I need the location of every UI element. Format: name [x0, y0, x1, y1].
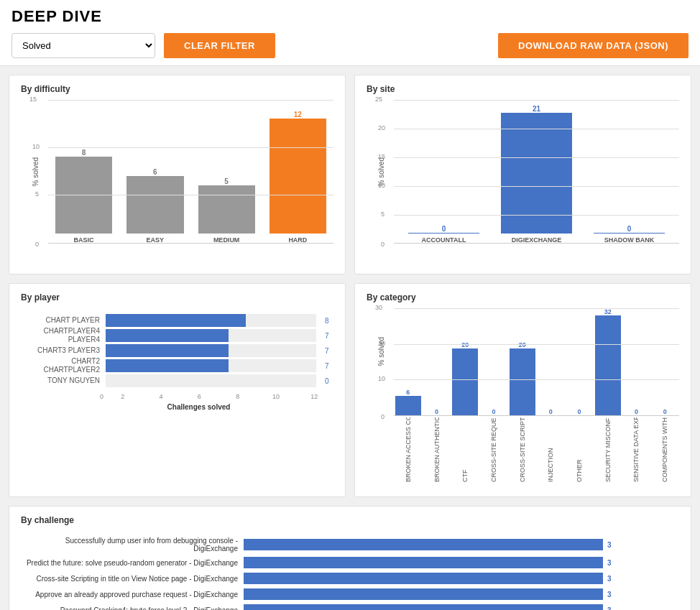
- bar-accountall: 0 ACCOUNTALL: [408, 100, 479, 244]
- by-challenge-section: By challenge Successfully dump user info…: [9, 506, 691, 610]
- by-category-title: By category: [367, 292, 679, 302]
- site-bars: 0 ACCOUNTALL 21 DIGIEXCHANGE 0 SHAD: [394, 100, 679, 244]
- by-site-section: By site % solved 25 20 15 10 5 0 0: [354, 75, 691, 274]
- by-site-title: By site: [367, 84, 679, 94]
- filter-select[interactable]: Solved All Unsolved: [11, 33, 155, 58]
- difficulty-y-label: % solved: [32, 157, 40, 187]
- clear-filter-button[interactable]: CLEAR FILTER: [164, 33, 275, 58]
- page-header: DEEP DIVE Solved All Unsolved CLEAR FILT…: [0, 0, 700, 66]
- bar-medium: 5 MEDIUM: [198, 100, 255, 244]
- challenge-row-2: Predict the future: solve pseudo-random …: [21, 557, 639, 568]
- download-button[interactable]: DOWNLOAD RAW DATA (JSON): [498, 33, 689, 58]
- bar-easy: 6 EASY: [126, 100, 183, 244]
- challenge-row-5: Password Cracking4: brute force level 2 …: [21, 604, 639, 610]
- by-difficulty-section: By difficulty % solved 15 10 5 0 8: [9, 75, 346, 274]
- bar-digiexchange: 21 DIGIEXCHANGE: [501, 100, 572, 244]
- challenge-row-1: Successfully dump user info from debuggi…: [21, 537, 639, 553]
- bar-hard: 12 HARD: [270, 100, 326, 244]
- player-row-2: CHARTPLAYER4PLAYER4 7: [21, 327, 333, 344]
- header-controls: Solved All Unsolved CLEAR FILTER DOWNLOA…: [11, 33, 689, 58]
- by-difficulty-title: By difficulty: [21, 84, 333, 94]
- by-player-title: By player: [21, 292, 333, 302]
- by-category-section: By category % solved 30 20 10 0 6: [354, 283, 691, 497]
- player-x-label: Challenges solved: [64, 403, 333, 411]
- page-title: DEEP DIVE: [11, 7, 689, 26]
- by-player-section: By player CHART PLAYER 8 CHARTPLAYER4PLA…: [9, 283, 346, 497]
- difficulty-bars: 8 BASIC 6 EASY 5 MEDIUM: [48, 100, 333, 244]
- bar-shadowbank: 0 SHADOW BANK: [594, 100, 665, 244]
- player-row-5: TONY NGUYEN 0: [21, 374, 333, 387]
- player-row-1: CHART PLAYER 8: [21, 314, 333, 327]
- challenge-row-4: Approve an already approved purchase req…: [21, 588, 639, 600]
- category-bars: 6 0 20 0: [394, 308, 679, 416]
- bar-basic: 8 BASIC: [55, 100, 112, 244]
- player-row-4: CHART2CHARTPLAYER2 7: [21, 357, 333, 374]
- charts-grid: By difficulty % solved 15 10 5 0 8: [0, 66, 700, 506]
- player-row-3: CHART3 PLAYER3 7: [21, 344, 333, 357]
- by-challenge-title: By challenge: [21, 515, 679, 525]
- challenge-row-3: Cross-site Scripting in title on View No…: [21, 573, 639, 584]
